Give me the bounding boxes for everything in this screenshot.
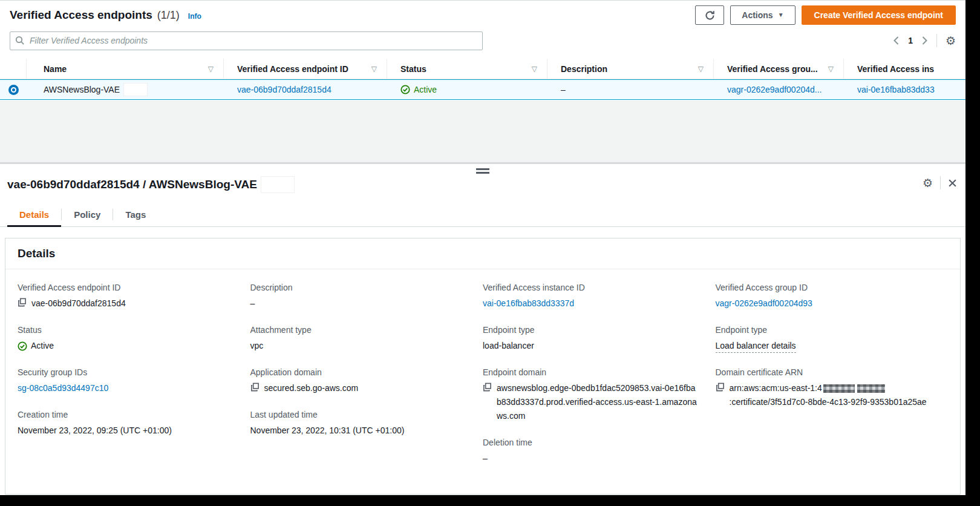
field-group-id: Verified Access group ID vagr-0262e9adf0… [716,283,932,310]
load-balancer-details-link[interactable]: Load balancer details [716,340,796,353]
field-creation-time: Creation time November 23, 2022, 09:25 (… [18,410,234,438]
details-column-4: Verified Access group ID vagr-0262e9adf0… [716,283,949,481]
cell-endpoint-id: vae-06b9d70ddaf2815d4 [224,80,387,99]
field-last-updated-time: Last updated time November 23, 2022, 10:… [250,410,466,438]
close-panel-icon[interactable] [948,179,957,188]
details-column-3: Verified Access instance ID vai-0e16fbab… [483,283,716,481]
filter-input[interactable] [10,31,483,50]
field-instance-id: Verified Access instance ID vai-0e16fbab… [483,283,699,310]
selection-column-header [0,59,27,79]
details-card-header: Details [5,238,960,269]
sort-filter-icon[interactable]: ▽ [371,65,377,73]
cell-instance: vai-0e16fbab83dd33 [844,80,965,99]
refresh-button[interactable] [695,5,724,25]
radio-selected-icon [8,85,19,95]
field-domain-certificate-arn: Domain certificate ARN arn:aws:acm:us-ea… [716,367,932,409]
column-header-instance[interactable]: Verified Access ins [844,59,965,79]
search-icon [15,36,25,45]
redacted-account-id [823,384,855,393]
column-header-endpoint-id[interactable]: Verified Access endpoint ID ▽ [224,59,387,79]
copy-icon[interactable] [716,383,725,392]
details-card-title: Details [18,247,55,260]
details-column-1: Verified Access endpoint ID vae-06b9d70d… [18,283,250,481]
status-badge: Active [18,339,234,353]
row-radio-selected[interactable] [0,80,27,99]
pagination: 1 ⚙ [893,34,956,47]
redaction-patch [123,83,148,96]
redacted-account-id [857,384,885,393]
instance-id-link[interactable]: vai-0e16fbab83dd3337d [483,297,699,310]
arn-value: arn:aws:acm:us-east-1:4:certificate/3f51… [730,381,932,409]
toolbar-buttons: Actions ▼ Create Verified Access endpoin… [695,5,956,25]
panel-drag-handle[interactable] [476,168,489,176]
cell-group: vagr-0262e9adf00204d... [714,80,844,99]
refresh-icon [705,10,715,21]
panel-title: vae-06b9d70ddaf2815d4 / AWSNewsBlog-VAE [7,178,257,191]
column-header-name[interactable]: Name ▽ [27,59,224,79]
field-endpoint-domain: Endpoint domain awsnewsblog.edge-0bedb1f… [483,367,699,423]
toolbar: Verified Access endpoints (1/1) Info Act… [0,1,965,30]
previous-page-icon[interactable] [893,36,900,45]
copy-icon[interactable] [483,383,492,392]
status-badge: Active [400,85,437,94]
copy-icon[interactable] [18,298,27,307]
field-endpoint-type: Endpoint type load-balancer [483,325,699,353]
redaction-patch [261,176,295,193]
tab-policy[interactable]: Policy [62,203,113,226]
current-page[interactable]: 1 [908,36,913,45]
table-empty-area [0,100,965,163]
panel-tabs: Details Policy Tags [0,203,965,227]
group-id-link[interactable]: vagr-0262e9adf00204d... [727,85,822,94]
field-attachment-type: Attachment type vpc [250,325,466,353]
field-deletion-time: Deletion time – [483,438,699,465]
pagination-divider [936,34,937,47]
panel-header: vae-06b9d70ddaf2815d4 / AWSNewsBlog-VAE … [0,176,965,193]
tab-tags[interactable]: Tags [113,203,158,226]
cell-name: AWSNewsBlog-VAE [27,80,224,99]
resource-count: (1/1) [157,9,180,22]
actions-button[interactable]: Actions ▼ [730,5,795,25]
column-header-group[interactable]: Verified Access grou... ▽ [714,59,844,79]
panel-actions: ⚙ [923,176,957,189]
field-endpoint-type-lb: Endpoint type Load balancer details [716,325,932,353]
filter-row: 1 ⚙ [0,30,965,51]
cell-status: Active [387,80,547,99]
sort-filter-icon[interactable]: ▽ [828,65,834,73]
panel-actions-divider [940,176,941,189]
instance-id-link[interactable]: vai-0e16fbab83dd33 [857,85,935,94]
page-title-group: Verified Access endpoints (1/1) Info [10,8,201,22]
field-security-groups: Security group IDs sg-08c0a5d93d4497c10 [18,367,234,395]
panel-preferences-gear-icon[interactable]: ⚙ [923,177,933,189]
app-window: Verified Access endpoints (1/1) Info Act… [0,0,965,495]
field-application-domain: Application domain secured.seb.go-aws.co… [250,367,466,395]
field-description: Description – [250,283,466,310]
status-check-icon [18,341,27,351]
copy-icon[interactable] [250,383,260,392]
next-page-icon[interactable] [921,36,928,45]
split-panel: vae-06b9d70ddaf2815d4 / AWSNewsBlog-VAE … [0,163,965,495]
page-title: Verified Access endpoints [10,8,152,22]
field-status: Status Active [18,325,234,353]
status-check-icon [400,85,410,94]
caret-down-icon: ▼ [778,12,784,18]
endpoint-id-link[interactable]: vae-06b9d70ddaf2815d4 [237,85,332,94]
create-endpoint-button[interactable]: Create Verified Access endpoint [802,5,956,25]
details-card: Details Verified Access endpoint ID vae-… [5,238,961,494]
security-group-link[interactable]: sg-08c0a5d93d4497c10 [18,381,234,395]
table-row[interactable]: AWSNewsBlog-VAE vae-06b9d70ddaf2815d4 Ac… [0,79,965,100]
info-link[interactable]: Info [188,12,201,21]
group-id-link[interactable]: vagr-0262e9adf00204d93 [716,297,932,310]
actions-button-label: Actions [742,10,773,20]
column-header-description[interactable]: Description ▽ [547,59,714,79]
tab-details[interactable]: Details [7,203,61,226]
sort-filter-icon[interactable]: ▽ [208,65,214,73]
table-preferences-gear-icon[interactable]: ⚙ [946,35,956,47]
sort-filter-icon[interactable]: ▽ [698,65,704,73]
cell-description: – [547,80,714,99]
details-card-body: Verified Access endpoint ID vae-06b9d70d… [5,269,960,494]
filter-box [10,31,483,50]
create-endpoint-button-label: Create Verified Access endpoint [814,10,943,20]
details-column-2: Description – Attachment type vpc Applic… [250,283,483,481]
column-header-status[interactable]: Status ▽ [387,59,547,79]
sort-filter-icon[interactable]: ▽ [532,65,537,73]
